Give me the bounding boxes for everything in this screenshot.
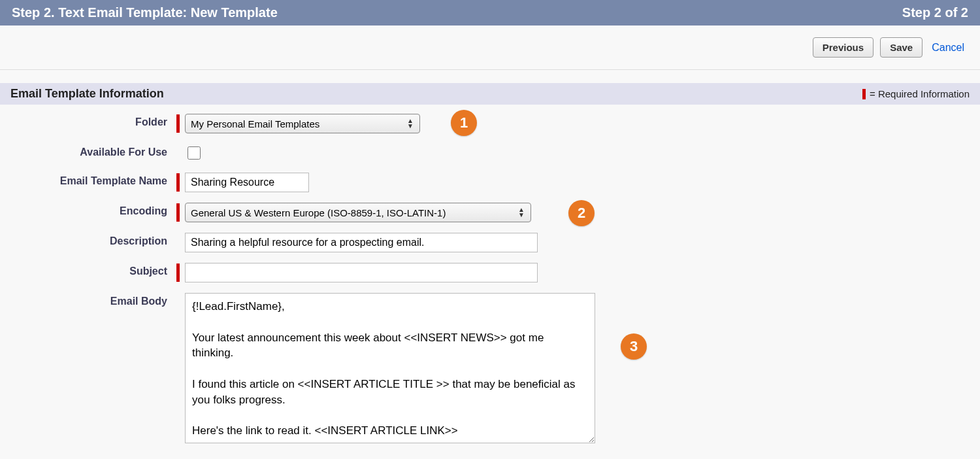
row-subject: Subject (0, 263, 980, 282)
label-email-body: Email Body (0, 293, 176, 307)
row-folder: Folder My Personal Email Templates ▲▼ 1 (0, 114, 980, 133)
action-button-row: Previous Save Cancel (0, 26, 980, 70)
label-subject: Subject (0, 263, 176, 277)
required-marker-icon (176, 264, 180, 282)
previous-button[interactable]: Previous (813, 37, 874, 58)
available-checkbox[interactable] (188, 146, 201, 160)
required-marker-icon (176, 114, 180, 133)
row-description: Description (0, 233, 980, 252)
template-name-input[interactable] (185, 173, 309, 192)
label-description: Description (0, 233, 176, 247)
row-template-name: Email Template Name (0, 173, 980, 192)
wizard-step-indicator: Step 2 of 2 (902, 5, 968, 20)
required-info-text: = Required Information (870, 88, 970, 99)
callout-badge-1: 1 (451, 110, 477, 136)
section-title: Email Template Information (10, 87, 164, 101)
cancel-link[interactable]: Cancel (929, 38, 967, 58)
section-header: Email Template Information = Required In… (0, 83, 980, 105)
save-button[interactable]: Save (880, 37, 923, 58)
callout-badge-2: 2 (568, 200, 595, 226)
required-marker-icon (862, 89, 866, 99)
wizard-title: Step 2. Text Email Template: New Templat… (12, 5, 278, 20)
label-template-name: Email Template Name (0, 173, 176, 187)
row-encoding: Encoding General US & Western Europe (IS… (0, 203, 980, 222)
email-body-textarea[interactable] (185, 293, 595, 443)
description-input[interactable] (185, 233, 538, 252)
row-email-body: Email Body 3 (0, 293, 980, 443)
subject-input[interactable] (185, 263, 538, 282)
callout-badge-3: 3 (621, 333, 647, 360)
label-available: Available For Use (0, 144, 176, 158)
folder-select[interactable]: My Personal Email Templates (185, 114, 420, 133)
required-info-note: = Required Information (862, 88, 970, 99)
label-folder: Folder (0, 114, 176, 128)
required-marker-icon (176, 173, 180, 192)
wizard-header: Step 2. Text Email Template: New Templat… (0, 0, 980, 26)
encoding-select[interactable]: General US & Western Europe (ISO-8859-1,… (185, 203, 531, 222)
required-marker-icon (176, 203, 180, 222)
label-encoding: Encoding (0, 203, 176, 217)
row-available: Available For Use (0, 144, 980, 162)
form-area: Folder My Personal Email Templates ▲▼ 1 … (0, 105, 980, 459)
